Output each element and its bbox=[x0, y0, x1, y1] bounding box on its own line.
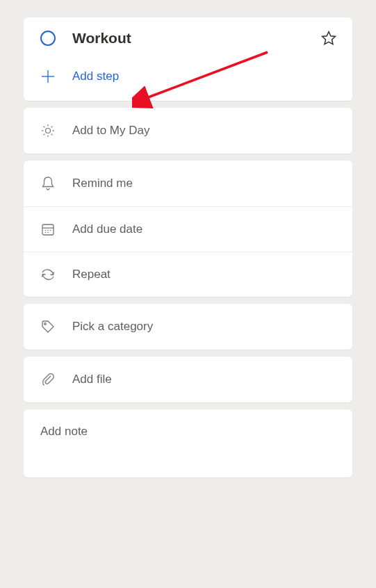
svg-point-18 bbox=[44, 323, 47, 325]
svg-point-14 bbox=[47, 230, 49, 231]
svg-point-17 bbox=[47, 232, 49, 234]
add-step-button[interactable]: Add step bbox=[24, 59, 352, 101]
file-label: Add file bbox=[72, 373, 112, 386]
svg-point-13 bbox=[45, 230, 47, 231]
svg-line-8 bbox=[51, 134, 53, 136]
sun-icon bbox=[40, 123, 56, 138]
paperclip-icon bbox=[40, 372, 56, 387]
star-icon[interactable] bbox=[320, 30, 337, 47]
category-label: Pick a category bbox=[72, 320, 153, 334]
remind-me-button[interactable]: Remind me bbox=[24, 161, 352, 206]
add-step-label: Add step bbox=[72, 70, 119, 83]
tag-icon bbox=[40, 319, 56, 334]
repeat-button[interactable]: Repeat bbox=[24, 252, 352, 297]
add-file-button[interactable]: Add file bbox=[24, 357, 352, 402]
task-title[interactable]: Workout bbox=[72, 30, 320, 47]
due-date-label: Add due date bbox=[72, 222, 142, 236]
svg-point-16 bbox=[45, 232, 47, 234]
svg-line-10 bbox=[51, 126, 53, 128]
remind-label: Remind me bbox=[72, 177, 133, 190]
task-header-card: Workout Add step bbox=[24, 17, 352, 101]
complete-toggle[interactable] bbox=[40, 31, 56, 46]
bell-icon bbox=[40, 176, 56, 191]
plus-icon bbox=[40, 69, 56, 84]
svg-point-2 bbox=[46, 129, 51, 133]
my-day-label: Add to My Day bbox=[72, 124, 150, 138]
svg-point-15 bbox=[50, 230, 51, 231]
add-note-field[interactable]: Add note bbox=[24, 409, 352, 477]
note-placeholder: Add note bbox=[40, 425, 88, 438]
svg-line-9 bbox=[44, 134, 45, 136]
my-day-card: Add to My Day bbox=[24, 108, 352, 154]
repeat-label: Repeat bbox=[72, 268, 111, 281]
repeat-icon bbox=[40, 268, 56, 281]
pick-category-button[interactable]: Pick a category bbox=[24, 304, 352, 350]
calendar-icon bbox=[40, 222, 56, 236]
svg-line-7 bbox=[44, 126, 45, 128]
add-due-date-button[interactable]: Add due date bbox=[24, 206, 352, 252]
add-to-my-day-button[interactable]: Add to My Day bbox=[24, 108, 352, 154]
svg-rect-11 bbox=[42, 224, 54, 235]
file-card: Add file bbox=[24, 357, 352, 402]
category-card: Pick a category bbox=[24, 304, 352, 350]
scheduling-card: Remind me Add due date Repeat bbox=[24, 161, 352, 297]
task-header-row: Workout bbox=[24, 17, 352, 59]
